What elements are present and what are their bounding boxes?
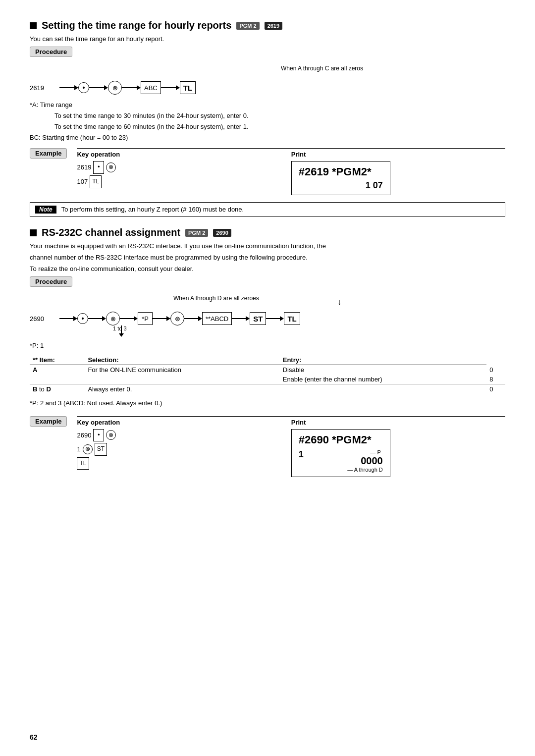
procedure-label-2: Procedure — [30, 276, 72, 287]
table-row: B to D Always enter 0. 0 — [30, 384, 505, 394]
td-entry-8: 8 — [486, 375, 505, 384]
print-line1-1: #2619 *PGM2* — [299, 165, 372, 178]
section2-intro1: Your machine is equipped with an RS-232C… — [30, 242, 505, 250]
key-op-lines-1: 2619 • ⊗ 107 TL — [77, 161, 291, 188]
td-sel-bd: Always enter 0. — [85, 384, 279, 394]
small-circle-x-2: ⊗ — [106, 430, 116, 440]
node-p-2: *P — [138, 312, 153, 325]
badge-pgm2: PGM 2 — [236, 22, 259, 30]
section2: RS-232C channel assignment PGM 2 2690 Yo… — [30, 227, 505, 477]
note-badge-1: Note — [35, 206, 56, 214]
section2-intro2: channel number of the RS-232C interface … — [30, 254, 505, 261]
annot-p: — P — [370, 449, 380, 455]
badge-2619: 2619 — [265, 22, 282, 30]
key-op-header-1: Key operation — [77, 151, 291, 158]
diagram-row-2: 2690 • ⊗ 1 to 3 — [59, 312, 505, 325]
badge-pgm2-2: PGM 2 — [185, 229, 208, 237]
example-label-1: Example — [30, 148, 67, 159]
print-header-2: Print — [291, 419, 505, 426]
procedure-label-1: Procedure — [30, 47, 72, 57]
td-val-disable: Disable — [280, 365, 487, 375]
th-selection: Selection: — [85, 355, 279, 365]
procedure-block-2: Procedure When A through D are all zeroe… — [30, 276, 505, 409]
table-row: A For the ON-LINE communication Disable … — [30, 365, 505, 375]
print-line1-2: #2690 *PGM2* — [299, 433, 372, 446]
print-num: 1 — [299, 449, 304, 460]
rs-table: ** Item: Selection: Entry: A For the ON-… — [30, 355, 505, 394]
small-box-tl-1: TL — [90, 175, 102, 188]
section1-title: Setting the time range for hourly report… — [30, 20, 505, 31]
node-abcd-2: **ABCD — [202, 312, 232, 325]
page-number: 62 — [30, 733, 38, 741]
print-box-2: #2690 *PGM2* 1 — P 0000 — A through D — [291, 429, 390, 477]
diagram-2: When A through D are all zeroes ↓ 2690 • — [30, 295, 505, 325]
example-label-2: Example — [30, 416, 67, 427]
node-tl-1: TL — [180, 81, 196, 94]
key-op-header-2: Key operation — [77, 419, 291, 426]
print-col-1: Print #2619 *PGM2* 1 07 — [291, 148, 505, 195]
footnotes-1: *A: Time range To set the time range to … — [30, 100, 505, 143]
print-zeros: 0000 — [361, 455, 383, 467]
black-square-icon — [30, 22, 37, 29]
td-entry-0b: 0 — [486, 384, 505, 394]
small-box-dot-2: • — [93, 429, 104, 442]
example-section-2: Example Key operation 2690 • ⊗ 1 ⊗ — [30, 416, 505, 477]
th-entry: Entry: — [280, 355, 487, 365]
badge-2690: 2690 — [213, 229, 231, 237]
node-dot-1: • — [78, 82, 89, 93]
print-col-2: Print #2690 *PGM2* 1 — P 0000 — A throug… — [291, 416, 505, 477]
small-box-st-2: ST — [95, 443, 107, 456]
key-op-col-1: Key operation 2619 • ⊗ 107 TL — [77, 148, 291, 188]
node-dot-2: • — [77, 313, 88, 324]
when-note-1: When A through C are all zeros — [139, 65, 505, 72]
node-otimes-2: ⊗ — [106, 312, 120, 325]
black-square-icon-2 — [30, 229, 37, 236]
td-item-a: A — [30, 365, 85, 375]
example-section-1: Example Key operation 2619 • ⊗ 107 TL — [30, 148, 505, 195]
small-box-tl-2: TL — [77, 457, 89, 470]
th-item: ** Item: — [30, 355, 85, 365]
print-box-1: #2619 *PGM2* 1 07 — [291, 161, 390, 195]
small-circle-x-1: ⊗ — [106, 162, 116, 172]
section1: Setting the time range for hourly report… — [30, 20, 505, 217]
section1-intro: You can set the time range for an hourly… — [30, 35, 505, 43]
td-entry-0: 0 — [486, 365, 505, 375]
node-st-2: ST — [250, 312, 266, 325]
td-item-bd: B to D — [30, 384, 85, 394]
note-1: Note To perform this setting, an hourly … — [30, 202, 505, 217]
procedure-block-1: Procedure When A through C are all zeros… — [30, 47, 505, 143]
node-otimes-3: ⊗ — [170, 312, 184, 325]
small-box-dot: • — [93, 161, 104, 174]
diagram-start-label-1: 2619 — [30, 84, 44, 92]
footnotes-p: *P: 1 — [30, 340, 505, 351]
diagram-start-label-2: 2690 — [30, 315, 44, 323]
footnote-p2: *P: 2 and 3 (ABCD: Not used. Always ente… — [30, 398, 505, 409]
print-header-1: Print — [291, 151, 505, 158]
note-text-1: To perform this setting, an hourly Z rep… — [61, 206, 244, 213]
section2-title: RS-232C channel assignment PGM 2 2690 — [30, 227, 505, 238]
td-val-enable: Enable (enter the channel number) — [280, 375, 487, 384]
diagram-1: When A through C are all zeros 2619 • ⊗ — [30, 65, 505, 95]
node-abc-1: ABC — [141, 81, 161, 94]
small-circle-x-3: ⊗ — [83, 444, 93, 454]
table-row: Enable (enter the channel number) 8 — [30, 375, 505, 384]
section2-intro3: To realize the on-line communication, co… — [30, 265, 505, 272]
td-sel-a1: For the ON-LINE communication — [85, 365, 279, 375]
node-otimes-1: ⊗ — [108, 81, 122, 95]
key-op-lines-2: 2690 • ⊗ 1 ⊗ ST TL — [77, 429, 291, 470]
diagram-row-1: 2619 • ⊗ — [59, 81, 505, 95]
print-line2-1: 1 07 — [299, 180, 383, 191]
node-tl-2: TL — [284, 312, 300, 325]
key-op-col-2: Key operation 2690 • ⊗ 1 ⊗ ST — [77, 416, 291, 470]
annot-athroud: — A through D — [347, 467, 383, 473]
